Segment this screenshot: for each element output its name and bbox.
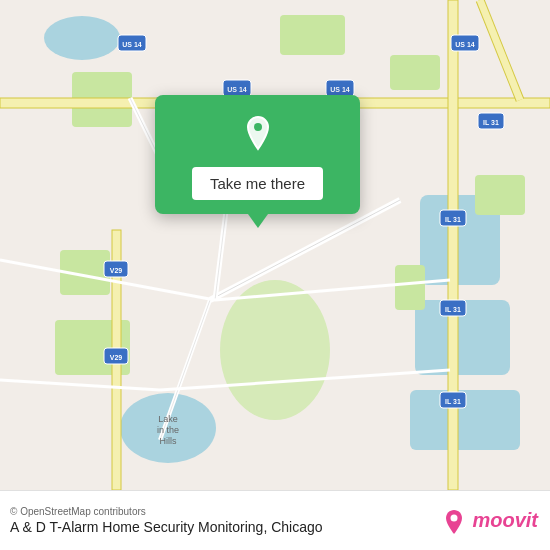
svg-text:V29: V29 [110, 354, 123, 361]
moovit-brand-name: moovit [472, 509, 538, 532]
svg-text:IL 31: IL 31 [445, 216, 461, 223]
bottom-bar: © OpenStreetMap contributors A & D T-Ala… [0, 490, 550, 550]
svg-rect-17 [448, 0, 458, 490]
attribution-text: © OpenStreetMap contributors [10, 506, 323, 517]
map-container: US 14 US 14 US 14 US 14 IL 31 IL 31 IL 3… [0, 0, 550, 490]
moovit-icon [441, 508, 467, 534]
moovit-logo: moovit [441, 508, 538, 534]
bottom-left: © OpenStreetMap contributors A & D T-Ala… [10, 506, 323, 535]
svg-point-55 [451, 514, 458, 521]
popup-card: Take me there [155, 95, 360, 214]
svg-point-54 [254, 123, 262, 131]
svg-point-11 [220, 280, 330, 420]
svg-text:in the: in the [157, 425, 179, 435]
svg-text:US 14: US 14 [122, 41, 142, 48]
location-icon-wrap [236, 113, 280, 157]
svg-rect-8 [390, 55, 440, 90]
place-name: A & D T-Alarm Home Security Monitoring, … [10, 519, 323, 535]
svg-text:IL 31: IL 31 [483, 119, 499, 126]
svg-rect-7 [280, 15, 345, 55]
svg-text:IL 31: IL 31 [445, 306, 461, 313]
svg-text:IL 31: IL 31 [445, 398, 461, 405]
svg-text:V29: V29 [110, 267, 123, 274]
take-me-there-button[interactable]: Take me there [192, 167, 323, 200]
svg-text:Hills: Hills [160, 436, 177, 446]
svg-text:US 14: US 14 [330, 86, 350, 93]
svg-text:US 14: US 14 [455, 41, 475, 48]
svg-text:Lake: Lake [158, 414, 178, 424]
svg-rect-9 [475, 175, 525, 215]
svg-text:US 14: US 14 [227, 86, 247, 93]
svg-point-1 [44, 16, 120, 60]
svg-rect-10 [395, 265, 425, 310]
